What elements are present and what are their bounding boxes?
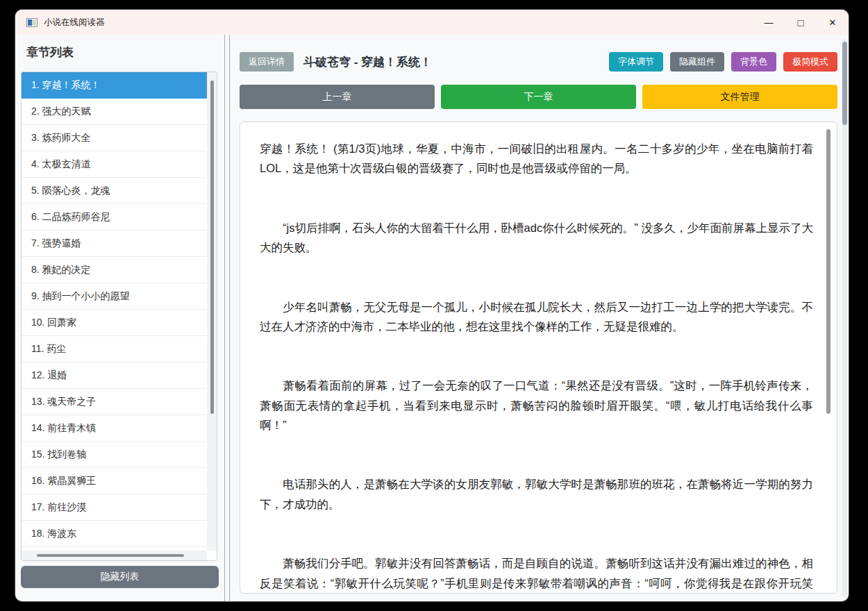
chapter-item-11[interactable]: 11. 药尘 bbox=[22, 336, 207, 362]
window-controls: — □ ✕ bbox=[753, 10, 849, 35]
reading-area-scrollbar[interactable] bbox=[826, 129, 831, 414]
chapter-item-14[interactable]: 14. 前往青木镇 bbox=[22, 415, 207, 442]
paragraph: “js切后排啊，石头人你的大留着干什么用，卧槽adc你什么时候死的。” 没多久，… bbox=[260, 218, 813, 258]
chapter-list-vertical-scrollbar[interactable] bbox=[207, 72, 217, 551]
window-body: 章节列表 1. 穿越！系统！ 2. 强大的天赋 3. 炼药师大全 4. 太极玄清… bbox=[15, 35, 849, 601]
chapter-item-16[interactable]: 16. 紫晶翼狮王 bbox=[22, 468, 207, 494]
chapter-item-4[interactable]: 4. 太极玄清道 bbox=[22, 151, 207, 178]
reader-toolbar: 返回详情 斗破苍穹 - 穿越！系统！ 字体调节 隐藏组件 背景色 极简模式 bbox=[240, 52, 837, 72]
scrollbar-corner bbox=[207, 551, 217, 560]
main-panel: 返回详情 斗破苍穹 - 穿越！系统！ 字体调节 隐藏组件 背景色 极简模式 上一… bbox=[230, 35, 849, 601]
chapter-item-15[interactable]: 15. 找到卷轴 bbox=[22, 442, 207, 468]
previous-chapter-button[interactable]: 上一章 bbox=[240, 85, 435, 109]
chapter-item-12[interactable]: 12. 退婚 bbox=[22, 362, 207, 389]
chapter-item-3[interactable]: 3. 炼药师大全 bbox=[22, 125, 207, 151]
file-manage-button[interactable]: 文件管理 bbox=[642, 85, 837, 109]
chapter-sidebar: 章节列表 1. 穿越！系统！ 2. 强大的天赋 3. 炼药师大全 4. 太极玄清… bbox=[15, 35, 224, 601]
titlebar: 小说在线阅读器 — □ ✕ bbox=[15, 10, 849, 35]
chapter-item-1[interactable]: 1. 穿越！系统！ bbox=[22, 72, 207, 99]
paragraph: 萧畅看着面前的屏幕，过了一会无奈的叹了一口气道：“果然还是没有晋级。”这时，一阵… bbox=[260, 376, 813, 435]
main-scroll-thumb[interactable] bbox=[842, 42, 847, 125]
chapter-item-7[interactable]: 7. 强势逼婚 bbox=[22, 231, 207, 257]
book-chapter-title: 斗破苍穹 - 穿越！系统！ bbox=[303, 54, 432, 70]
chapter-item-10[interactable]: 10. 回萧家 bbox=[22, 310, 207, 336]
font-adjust-button[interactable]: 字体调节 bbox=[609, 52, 663, 72]
close-icon[interactable]: ✕ bbox=[817, 10, 849, 35]
chapter-item-2[interactable]: 2. 强大的天赋 bbox=[22, 99, 207, 125]
chapter-item-13[interactable]: 13. 魂天帝之子 bbox=[22, 389, 207, 415]
paragraph: 萧畅我们分手吧。郭敏并没有回答萧畅话，而是自顾自的说道。萧畅听到这话并没有漏出难… bbox=[260, 553, 813, 594]
chapter-rows: 1. 穿越！系统！ 2. 强大的天赋 3. 炼药师大全 4. 太极玄清道 5. … bbox=[22, 72, 207, 551]
background-color-button[interactable]: 背景色 bbox=[731, 52, 776, 72]
chapter-list-horizontal-scrollbar[interactable] bbox=[22, 551, 207, 560]
chapter-item-9[interactable]: 9. 抽到一个小小的愿望 bbox=[22, 283, 207, 310]
hide-list-button[interactable]: 隐藏列表 bbox=[21, 566, 219, 588]
chapter-nav-row: 上一章 下一章 文件管理 bbox=[240, 85, 837, 109]
app-window: 小说在线阅读器 — □ ✕ 章节列表 1. 穿越！系统！ 2. 强大的天赋 3.… bbox=[15, 10, 849, 601]
chapter-item-5[interactable]: 5. 陨落心炎，龙魂 bbox=[22, 178, 207, 204]
maximize-icon[interactable]: □ bbox=[785, 10, 817, 35]
chapter-item-6[interactable]: 6. 二品炼药师谷尼 bbox=[22, 204, 207, 231]
back-to-details-button[interactable]: 返回详情 bbox=[240, 52, 294, 72]
paragraph: 穿越！系统！ (第1/3页)地球，华夏，中海市，一间破旧的出租屋内。一名二十多岁… bbox=[260, 139, 813, 178]
hide-components-button[interactable]: 隐藏组件 bbox=[670, 52, 724, 72]
panel-divider-left bbox=[224, 35, 225, 601]
minimize-icon[interactable]: — bbox=[753, 10, 785, 35]
chapter-item-8[interactable]: 8. 雅妃的决定 bbox=[22, 257, 207, 283]
app-icon bbox=[26, 18, 37, 27]
chapter-listbox: 1. 穿越！系统！ 2. 强大的天赋 3. 炼药师大全 4. 太极玄清道 5. … bbox=[21, 72, 217, 561]
chapter-item-17[interactable]: 17. 前往沙漠 bbox=[22, 494, 207, 521]
horizontal-scroll-thumb[interactable] bbox=[37, 554, 184, 557]
chapter-list-title: 章节列表 bbox=[26, 44, 74, 60]
main-panel-scrollbar[interactable] bbox=[842, 39, 847, 597]
window-title: 小说在线阅读器 bbox=[44, 17, 105, 28]
paragraph: 电话那头的人，是萧畅在大学谈的女朋友郭敏，郭敏大学时是萧畅那班的班花，在萧畅将近… bbox=[260, 474, 813, 514]
minimal-mode-button[interactable]: 极简模式 bbox=[783, 52, 837, 72]
next-chapter-button[interactable]: 下一章 bbox=[441, 85, 636, 109]
chapter-item-18[interactable]: 18. 海波东 bbox=[22, 521, 207, 547]
reading-area[interactable]: 穿越！系统！ (第1/3页)地球，华夏，中海市，一间破旧的出租屋内。一名二十多岁… bbox=[240, 122, 837, 594]
vertical-scroll-thumb[interactable] bbox=[210, 81, 214, 414]
paragraph: 少年名叫萧畅，无父无母是一个孤儿，小时候在孤儿院长大，然后又一边打工一边上学的把… bbox=[260, 297, 813, 337]
